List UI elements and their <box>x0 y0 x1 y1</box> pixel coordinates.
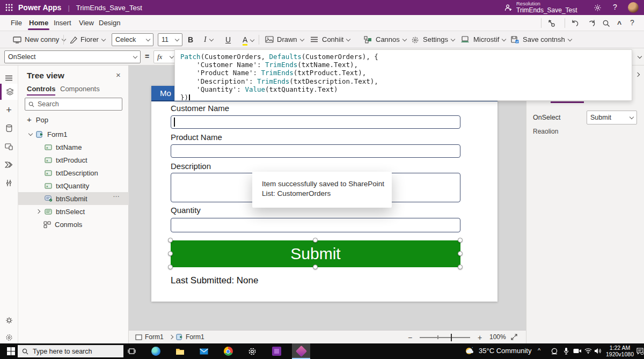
new-screen-button[interactable]: New conny <box>25 35 65 43</box>
rail-tree-view-icon[interactable] <box>0 84 18 100</box>
menu-view[interactable]: View <box>79 19 94 27</box>
tree-node-form1[interactable]: Form1 <box>18 128 129 141</box>
rail-insert-icon[interactable]: + <box>0 102 18 118</box>
product-name-input[interactable] <box>171 144 460 158</box>
tree-node-btnselect[interactable]: btnSelect <box>18 205 129 218</box>
selection-handle[interactable] <box>458 238 463 243</box>
task-view-icon[interactable] <box>125 345 138 357</box>
taskbar-clock[interactable]: 1:22 AM 1920v1080 <box>602 345 638 357</box>
settings-app-icon[interactable] <box>246 345 259 357</box>
notification-center-icon[interactable] <box>636 348 643 355</box>
tray-wifi-icon[interactable] <box>584 348 592 354</box>
save-button[interactable]: Save contnsh <box>523 35 572 43</box>
breadcrumb-control[interactable]: Form1 <box>186 333 204 341</box>
tree-search-input[interactable]: Search <box>25 98 122 111</box>
quantity-input[interactable] <box>171 218 460 232</box>
fx-button[interactable]: fx <box>153 50 177 63</box>
microstif-button[interactable]: Microstif <box>473 35 506 43</box>
font-size-select[interactable]: 11 <box>158 33 182 46</box>
zoom-level[interactable]: 100% <box>489 333 506 341</box>
office-app-icon[interactable] <box>270 345 283 357</box>
redo-icon[interactable] <box>587 19 596 27</box>
rail-power-automate-icon[interactable] <box>0 157 18 173</box>
fullscreen-icon[interactable] <box>511 334 517 340</box>
selection-handle[interactable] <box>168 265 173 269</box>
power-apps-taskbar-icon[interactable] <box>295 345 308 357</box>
zoom-slider-thumb[interactable] <box>451 334 452 341</box>
expand-panel-icon[interactable] <box>635 72 640 77</box>
conhiit-button[interactable]: Conhiit <box>322 35 350 43</box>
app-checker-icon[interactable] <box>547 19 556 27</box>
theme-button[interactable]: Fiorer <box>80 35 105 43</box>
file-explorer-icon[interactable] <box>173 345 186 357</box>
underline-button[interactable]: U <box>225 35 231 44</box>
rail-media-icon[interactable] <box>0 138 18 155</box>
user-avatar[interactable] <box>628 2 639 13</box>
tray-microphone-icon[interactable] <box>564 347 569 355</box>
zoom-in-button[interactable]: + <box>478 333 482 342</box>
taskbar-search-input[interactable]: Type here to search <box>18 345 123 357</box>
menu-insert[interactable]: Insert <box>54 19 71 27</box>
selection-handle[interactable] <box>458 251 463 256</box>
waffle-menu-icon[interactable] <box>5 4 13 11</box>
collapse-ribbon-icon[interactable]: ^ <box>614 20 625 28</box>
menu-design[interactable]: Design <box>99 19 120 27</box>
weather-icon[interactable] <box>465 347 474 355</box>
edge-browser-icon[interactable] <box>149 345 162 357</box>
app-title[interactable]: Power Apps <box>18 3 61 12</box>
zoom-slider-track[interactable] <box>420 337 470 338</box>
rail-advanced-tools-icon[interactable] <box>0 175 18 191</box>
tree-node-btnsubmit[interactable]: btnSubmit … <box>18 192 129 205</box>
zoom-search-icon[interactable] <box>602 19 611 27</box>
tab-components[interactable]: Components <box>60 85 100 93</box>
selection-handle[interactable] <box>313 238 318 243</box>
onselect-property-select[interactable]: Submit <box>587 111 637 124</box>
chevron-expanded-icon[interactable] <box>28 131 33 135</box>
menu-home[interactable]: Home <box>29 19 48 27</box>
font-name-select[interactable]: Celeck <box>112 33 153 46</box>
weather-community-text[interactable]: 35°C Community <box>479 347 531 355</box>
bold-button[interactable]: B <box>188 35 193 44</box>
tray-camera-icon[interactable] <box>573 348 582 354</box>
customer-name-input[interactable] <box>171 115 460 129</box>
rail-data-icon[interactable] <box>0 120 18 136</box>
add-pop-button[interactable]: +Pop <box>27 115 48 124</box>
mail-icon[interactable] <box>197 345 210 357</box>
settings-button[interactable]: Settings <box>423 35 455 43</box>
chrome-browser-icon[interactable] <box>222 345 235 357</box>
formula-editor[interactable]: Patch(CustomerOrders, Defaults(CustomerO… <box>174 49 632 101</box>
menu-file[interactable]: File <box>11 19 22 27</box>
zoom-out-button[interactable]: − <box>408 333 412 342</box>
menu-help-icon[interactable]: ? <box>627 18 638 27</box>
font-color-button[interactable]: A <box>243 35 254 44</box>
tray-speaker-icon[interactable] <box>594 348 601 354</box>
drawn-button[interactable]: Drawn <box>277 35 304 43</box>
selection-handle[interactable] <box>313 265 318 269</box>
selection-handle[interactable] <box>168 238 173 243</box>
selection-handle[interactable] <box>458 265 463 269</box>
close-icon[interactable]: × <box>116 70 121 79</box>
breadcrumb-screen[interactable]: Form1 <box>145 333 164 341</box>
tree-node-conmols[interactable]: Conmols <box>18 218 129 231</box>
chevron-collapsed-icon[interactable] <box>36 209 40 213</box>
submit-button[interactable]: Submit <box>171 240 460 267</box>
cannos-button[interactable]: Cannos <box>376 35 406 43</box>
italic-button[interactable]: I <box>204 35 213 44</box>
tree-node-txtname[interactable]: a txtName <box>18 141 129 153</box>
tab-controls[interactable]: Controls <box>27 85 55 93</box>
formula-bar-collapse-icon[interactable] <box>638 54 642 58</box>
tree-node-txtproduct[interactable]: a txtProduct <box>18 153 129 166</box>
settings-gear-icon[interactable] <box>594 4 602 12</box>
start-button[interactable] <box>4 345 17 357</box>
tree-node-txtdescription[interactable]: a txtDescription <box>18 166 129 179</box>
environment-switcher[interactable]: Resolution TrimEnds_Save_Test <box>516 1 577 13</box>
tray-sync-icon[interactable] <box>551 348 558 355</box>
more-actions-icon[interactable]: … <box>113 191 120 199</box>
undo-icon[interactable] <box>571 19 580 27</box>
property-select[interactable]: OnSelect <box>4 50 141 63</box>
selection-handle[interactable] <box>168 251 173 256</box>
document-title[interactable]: TrimEnds_Save_Test <box>76 4 142 12</box>
rail-virtual-agent-icon[interactable] <box>0 312 18 328</box>
tray-expand-icon[interactable]: ^ <box>538 347 540 354</box>
help-icon[interactable]: ? <box>613 3 617 11</box>
